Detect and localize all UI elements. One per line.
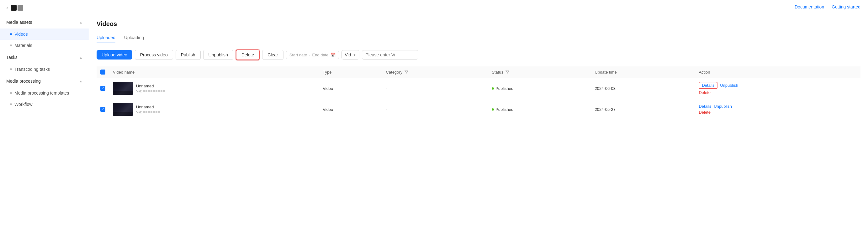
tab-uploading[interactable]: Uploading: [124, 33, 144, 43]
action-links-1: Details Unpublish Delete: [699, 82, 857, 95]
column-status: Status: [488, 66, 591, 78]
video-status-2: Published: [492, 107, 587, 112]
sidebar-header: ‹: [0, 0, 89, 16]
video-type-1: Video: [319, 78, 382, 99]
tabs-bar: Uploaded Uploading: [97, 33, 861, 43]
inactive-dot: [10, 103, 12, 105]
vid-dots-2: [143, 111, 160, 113]
video-info-1: Unnamed Vid:: [136, 84, 165, 93]
start-date-label: Start date: [289, 52, 307, 57]
delete-link-2[interactable]: Delete: [699, 110, 711, 115]
videos-table: − Video name Type Category: [97, 66, 861, 120]
video-thumbnail-2: [113, 103, 133, 116]
status-dot-2: [492, 108, 494, 111]
vid-label: Vid: [345, 52, 351, 57]
page-content: Videos Uploaded Uploading Upload video P…: [89, 14, 868, 228]
column-action: Action: [695, 66, 861, 78]
delete-row-1: Delete: [699, 90, 857, 95]
inactive-dot: [10, 68, 12, 70]
end-date-label: End date: [312, 52, 329, 57]
unpublish-link-2[interactable]: Unpublish: [714, 104, 732, 109]
unpublish-button[interactable]: Unpublish: [203, 50, 233, 60]
clear-button[interactable]: Clear: [262, 50, 283, 60]
sidebar-section-tasks[interactable]: Tasks ▲: [0, 51, 89, 64]
logo-block-2: [18, 5, 23, 11]
video-type-2: Video: [319, 99, 382, 120]
documentation-link[interactable]: Documentation: [795, 4, 824, 9]
publish-button[interactable]: Publish: [176, 50, 201, 60]
action-row-2: Details Unpublish: [699, 104, 857, 109]
video-cell-1: Unnamed Vid:: [113, 82, 315, 95]
logo-block-1: [11, 5, 17, 11]
row-checkbox-2[interactable]: ✓: [100, 107, 105, 112]
calendar-icon: 📅: [331, 52, 336, 57]
sidebar-item-transcoding-tasks[interactable]: Transcoding tasks: [0, 64, 89, 75]
column-update-time: Update time: [591, 66, 695, 78]
chevron-up-icon: ▲: [79, 21, 83, 24]
video-category-1: -: [382, 78, 488, 99]
getting-started-link[interactable]: Getting started: [832, 4, 861, 9]
vid-dots-1: [143, 90, 165, 92]
video-update-time-2: 2024-05-27: [591, 99, 695, 120]
details-link-2[interactable]: Details: [699, 104, 711, 109]
row-checkbox-1[interactable]: ✓: [100, 86, 105, 91]
video-category-2: -: [382, 99, 488, 120]
chevron-down-icon: ▼: [353, 53, 356, 57]
upload-video-button[interactable]: Upload video: [97, 50, 132, 60]
sidebar-section-media-assets[interactable]: Media assets ▲: [0, 16, 89, 29]
toolbar: Upload video Process video Publish Unpub…: [97, 49, 861, 60]
video-cell-2: Unnamed Vid:: [113, 103, 315, 116]
delete-link-1[interactable]: Delete: [699, 90, 711, 95]
date-range-picker[interactable]: Start date - End date 📅: [286, 51, 339, 59]
page-title: Videos: [97, 21, 861, 28]
tab-uploaded[interactable]: Uploaded: [97, 33, 115, 43]
video-name-1: Unnamed: [136, 84, 165, 88]
delete-row-2: Delete: [699, 110, 857, 115]
sidebar-item-media-processing-templates[interactable]: Media processing templates: [0, 87, 89, 99]
sidebar-item-videos[interactable]: Videos: [0, 29, 89, 40]
status-dot-1: [492, 87, 494, 89]
delete-button[interactable]: Delete: [236, 49, 260, 60]
chevron-up-icon: ▲: [79, 80, 83, 83]
process-video-button[interactable]: Process video: [135, 50, 173, 60]
date-dash: -: [309, 52, 310, 57]
action-row-1: Details Unpublish: [699, 82, 857, 89]
vid-dropdown[interactable]: Vid ▼: [341, 50, 360, 60]
inactive-dot: [10, 92, 12, 94]
video-id-2: Vid:: [136, 110, 160, 114]
column-category: Category: [382, 66, 488, 78]
main-content: Documentation Getting started Videos Upl…: [89, 0, 868, 228]
chevron-up-icon: ▲: [79, 56, 83, 59]
video-name-2: Unnamed: [136, 105, 160, 109]
sidebar-section-media-processing[interactable]: Media processing ▲: [0, 75, 89, 87]
search-input[interactable]: [362, 50, 418, 60]
select-all-checkbox[interactable]: −: [100, 70, 105, 75]
active-dot: [10, 33, 12, 35]
video-info-2: Unnamed Vid:: [136, 105, 160, 114]
table-row: ✓ Unnamed Vid:: [97, 78, 861, 99]
video-status-1: Published: [492, 86, 587, 91]
action-links-2: Details Unpublish Delete: [699, 104, 857, 115]
column-video-name: Video name: [109, 66, 319, 78]
column-type: Type: [319, 66, 382, 78]
logo: [11, 5, 23, 11]
sidebar-item-materials[interactable]: Materials: [0, 40, 89, 51]
unpublish-link-1[interactable]: Unpublish: [720, 83, 738, 88]
main-topbar: Documentation Getting started: [89, 0, 868, 14]
sidebar-item-workflow[interactable]: Workflow: [0, 99, 89, 110]
status-filter-icon[interactable]: [505, 70, 509, 74]
video-update-time-1: 2024-06-03: [591, 78, 695, 99]
table-row: ✓ Unnamed Vid:: [97, 99, 861, 120]
back-button[interactable]: ‹: [6, 5, 8, 11]
details-link-1[interactable]: Details: [699, 82, 717, 89]
video-id-1: Vid:: [136, 89, 165, 93]
video-thumbnail-1: [113, 82, 133, 95]
sidebar: ‹ Media assets ▲ Videos Materials Tasks …: [0, 0, 89, 228]
inactive-dot: [10, 44, 12, 46]
category-filter-icon[interactable]: [405, 70, 408, 74]
